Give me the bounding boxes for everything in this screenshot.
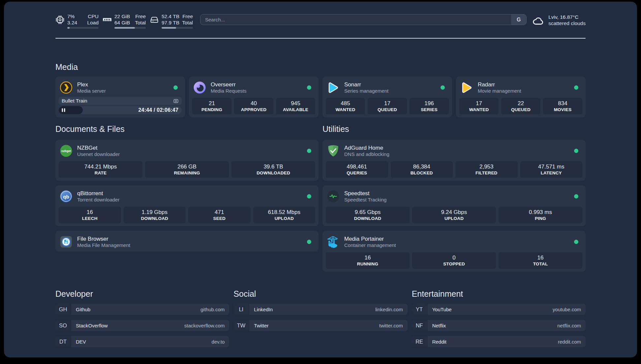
service-title: Overseerr [211,81,307,88]
service-subtitle: DNS and adblocking [344,152,574,157]
video-camera-icon [173,98,179,104]
service-subtitle: Torrent downloader [77,197,307,202]
bookmark-reddit[interactable]: RE Reddit reddit.com [412,336,586,347]
service-title: NZBGet [77,145,307,151]
service-title: Speedtest [344,190,574,197]
service-title: AdGuard Home [344,145,574,151]
bookmark-stackoverflow[interactable]: SO StackOverflow stackoverflow.com [55,320,229,331]
dashboard-screen: 7% CPU 3.24 Load [4,2,637,357]
section-title-documents: Documents & Files [55,124,319,134]
bookmark-name: StackOverflow [76,323,184,328]
status-dot [574,85,578,90]
stat-stopped: 0 STOPPED [412,252,496,269]
status-dot [574,194,578,198]
bookmark-group-social: Social LI LinkedIn linkedin.com TW Twitt… [233,289,407,347]
service-card-portainer[interactable]: Media Portainer Container management 16 … [322,231,586,272]
qbittorrent-icon: qb [60,190,72,202]
section-documents-files: Documents & Files nzbget [55,124,319,272]
bookmark-group-entertainment: Entertainment YT YouTube youtube.com NF … [412,289,586,347]
radarr-icon [461,81,473,94]
bookmark-name: Twitter [254,323,379,328]
status-dot [574,149,578,153]
disk-total-value: 97.9 TB [162,19,179,26]
overseerr-icon [194,81,206,94]
service-card-overseerr[interactable]: Overseerr Media Requests 21 PENDING 40 A… [189,76,319,117]
service-title: Plex [77,81,173,88]
bookmark-name: Reddit [432,339,558,345]
section-title-entertainment: Entertainment [412,289,586,299]
cloud-icon [532,15,544,27]
search-input[interactable]: Search... [200,15,511,25]
playback-progress-bar[interactable]: 24:44 / 02:06:47 [59,106,182,114]
service-subtitle: Media Requests [211,88,307,94]
weather-widget[interactable]: Lviv, 16.87°C scattered clouds [532,14,586,27]
stat-blocked: 86,384 BLOCKED [391,161,453,178]
stat-rate: 744.21 Mbps RATE [59,161,142,178]
memory-total-label: Total [135,19,146,26]
disk-widget: 52.4 TB Free 97.9 TB Total [150,13,193,29]
section-title-social: Social [233,289,407,299]
stat-download: 9.65 Gbps DOWNLOAD [326,207,410,223]
section-media: Media Plex Medi [55,62,586,117]
bookmark-url: dev.to [212,339,225,345]
bookmark-abbr: LI [233,304,249,315]
status-dot [307,149,311,153]
filebrowser-icon [60,236,72,248]
service-card-plex[interactable]: Plex Media server Bullet Train [55,76,185,117]
bookmark-github[interactable]: GH Github github.com [55,304,229,315]
disk-progress-bar [162,27,193,29]
bookmark-netflix[interactable]: NF Netflix netflix.com [412,320,586,331]
bookmark-name: Github [76,307,200,312]
bookmark-dev[interactable]: DT DEV dev.to [55,336,229,347]
weather-location-temp: Lviv, 16.87°C [548,14,586,20]
service-card-qbittorrent[interactable]: qb qBittorrent Torrent downloader [55,185,319,226]
service-card-speedtest[interactable]: Speedtest Speedtest Tracking 9.65 Gbps D… [322,185,586,226]
service-title: Radarr [478,81,574,88]
service-subtitle: Speedtest Tracking [344,197,574,202]
bookmark-name: DEV [76,339,212,345]
disk-free-label: Free [182,13,193,19]
cpu-load-value: 3.24 [67,19,77,26]
pause-icon[interactable] [62,108,65,112]
service-card-filebrowser[interactable]: File Browser Media File Management [55,231,319,252]
svg-text:nzbget: nzbget [61,149,71,153]
stat-seed: 471 SEED [188,207,251,223]
cpu-icon [55,15,65,24]
stat-total: 16 TOTAL [499,252,582,269]
bookmark-url: youtube.com [553,307,581,312]
stat-upload: 618.52 Mbps UPLOAD [253,207,316,223]
status-dot [307,194,311,198]
service-card-adguard[interactable]: AdGuard Home DNS and adblocking 498,461 … [322,140,586,181]
weather-condition: scattered clouds [548,20,586,26]
service-subtitle: Media server [77,88,173,94]
stat-filtered: 2,953 FILTERED [455,161,518,178]
bookmark-name: Netflix [432,323,558,328]
bookmark-twitter[interactable]: TW Twitter twitter.com [233,320,407,331]
bookmark-url: reddit.com [558,339,581,345]
section-title-utilities: Utilities [322,124,586,134]
section-title-developer: Developer [55,289,229,299]
service-card-radarr[interactable]: Radarr Movie management 17 WANTED 22 QUE… [456,76,586,117]
service-card-sonarr[interactable]: Sonarr Series management 485 WANTED 17 Q… [322,76,452,117]
service-card-nzbget[interactable]: nzbget NZBGet Usenet downloader 74 [55,140,319,181]
bookmark-url: stackoverflow.com [184,323,225,328]
bookmark-abbr: GH [55,304,71,315]
stat-available: 945 AVAILABLE [276,98,315,114]
stat-leech: 16 LEECH [59,207,121,223]
search-provider-button[interactable]: G [511,15,526,25]
bookmark-youtube[interactable]: YT YouTube youtube.com [412,304,586,315]
bookmark-linkedin[interactable]: LI LinkedIn linkedin.com [233,304,407,315]
disk-total-label: Total [182,19,193,26]
stat-upload: 9.24 Gbps UPLOAD [412,207,496,223]
bookmark-abbr: YT [412,304,427,315]
bookmark-name: YouTube [432,307,553,312]
bookmark-abbr: RE [412,336,427,347]
service-subtitle: Movie management [478,88,574,94]
service-title: File Browser [77,236,307,242]
plex-icon [60,81,72,94]
stat-ping: 0.993 ms PING [499,207,582,223]
adguard-icon [327,145,339,157]
bookmarks-section: Developer GH Github github.com SO StackO… [55,289,586,347]
plex-now-playing-widget: Bullet Train [59,97,182,114]
stat-downloaded: 39.6 TB DOWNLOADED [231,161,315,178]
